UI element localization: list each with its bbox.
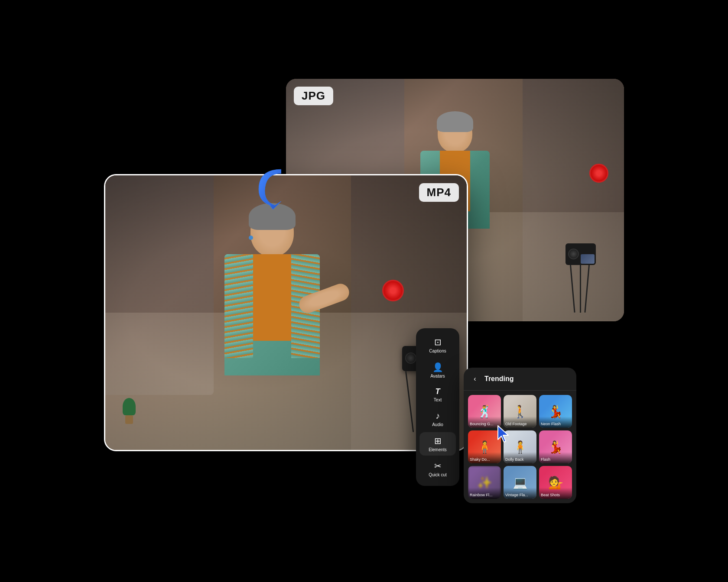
sidebar-item-audio[interactable]: ♪ Audio	[419, 407, 456, 430]
beat-name: Beat Shots	[539, 488, 572, 499]
sidebar-panel: ⊡ Captions 👤 Avatars T Text ♪ Audio ⊞ El…	[416, 328, 459, 486]
text-icon: T	[436, 387, 440, 396]
sidebar-item-quickcut[interactable]: ✂ Quick cut	[419, 457, 456, 481]
audio-icon: ♪	[436, 411, 440, 421]
trending-item-old-footage[interactable]: 🚶 Old Footage	[504, 395, 536, 428]
sidebar-item-avatars[interactable]: 👤 Avatars	[419, 359, 456, 382]
text-label: Text	[434, 398, 442, 402]
trending-title: Trending	[484, 375, 514, 383]
quickcut-label: Quick cut	[429, 472, 447, 477]
rainbow-name: Rainbow Fl...	[468, 488, 501, 499]
avatars-label: Avatars	[430, 374, 445, 378]
jpg-badge: JPG	[294, 87, 333, 105]
trending-panel: ‹ Trending 🕺 Bouncing G... 🚶 Old Footage…	[464, 368, 576, 503]
shaky-name: Shaky Do...	[468, 452, 501, 463]
old-footage-name: Old Footage	[504, 417, 536, 428]
bouncing-name: Bouncing G...	[468, 417, 501, 428]
captions-icon: ⊡	[434, 337, 442, 347]
trending-back-button[interactable]: ‹	[470, 374, 480, 384]
trending-grid: 🕺 Bouncing G... 🚶 Old Footage 💃 Neon Fla…	[464, 391, 576, 503]
conversion-arrow	[251, 165, 295, 217]
sidebar-item-captions[interactable]: ⊡ Captions	[419, 333, 456, 357]
captions-label: Captions	[429, 349, 446, 353]
trending-item-beat-shots[interactable]: 💁 Beat Shots	[539, 466, 572, 499]
trending-item-neon-flash[interactable]: 💃 Neon Flash	[539, 395, 572, 428]
trending-item-vintage-fla[interactable]: 💻 Vintage Fla...	[504, 466, 536, 499]
quickcut-icon: ✂	[434, 461, 442, 471]
trending-item-shaky-do[interactable]: 🧍 Shaky Do...	[468, 430, 501, 463]
trending-item-dolly-back[interactable]: 🧍 Dolly Back	[504, 430, 536, 463]
main-scene: JPG	[104, 53, 624, 529]
mp4-badge: MP4	[419, 183, 459, 202]
avatars-icon: 👤	[432, 362, 443, 372]
vintage-name: Vintage Fla...	[504, 488, 536, 499]
dolly-name: Dolly Back	[504, 452, 536, 463]
trending-header: ‹ Trending	[464, 368, 576, 391]
flash-name: Flash	[539, 452, 572, 463]
sidebar-item-elements[interactable]: ⊞ Elements	[419, 432, 456, 456]
trending-item-bouncing-g[interactable]: 🕺 Bouncing G...	[468, 395, 501, 428]
sidebar-item-text[interactable]: T Text	[419, 384, 456, 406]
elements-icon: ⊞	[434, 436, 442, 446]
trending-item-rainbow-fl[interactable]: ✨ Rainbow Fl...	[468, 466, 501, 499]
neon-name: Neon Flash	[539, 417, 572, 428]
elements-label: Elements	[429, 447, 447, 452]
trending-item-flash[interactable]: 💃 Flash	[539, 430, 572, 463]
audio-label: Audio	[432, 422, 443, 427]
